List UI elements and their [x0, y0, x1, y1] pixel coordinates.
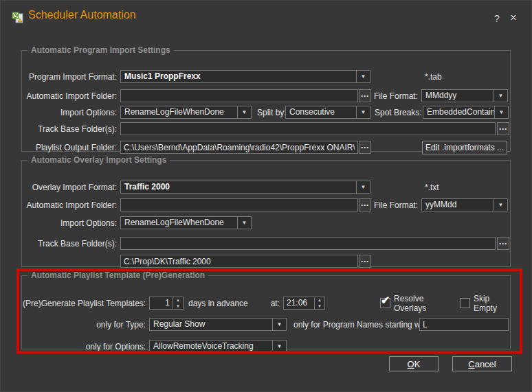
only-for-options-label: only for Options: — [23, 342, 146, 351]
chevron-down-icon: ▼ — [272, 341, 286, 352]
scheduler-icon — [12, 12, 24, 24]
spot-breaks-select[interactable]: EmbeddedContainer ▼ — [423, 106, 509, 119]
days-in-advance-label: days in advance — [188, 299, 266, 308]
chevron-down-icon: ▼ — [494, 199, 507, 211]
skip-empty-checkbox[interactable]: Skip Empty — [460, 294, 509, 313]
days-in-advance-stepper[interactable]: 1 ▲ ▼ — [149, 297, 184, 310]
program-import-legend: Automatic Program Import Settings — [27, 45, 174, 55]
playlist-generation-group: Automatic Playlist Template (Pre)Generat… — [21, 270, 511, 349]
program-import-options-select[interactable]: RenameLogFileWhenDone ▼ — [120, 106, 252, 119]
program-import-format-label: Program Import Format: — [23, 72, 117, 82]
overlay-import-options-select[interactable]: RenameLogFileWhenDone ▼ — [120, 216, 252, 229]
checkbox-box[interactable]: ✔ — [380, 298, 390, 308]
chevron-down-icon: ▼ — [237, 217, 251, 229]
split-by-select[interactable]: Consecutive ▼ — [285, 106, 370, 119]
at-label: at: — [270, 299, 280, 308]
scheduler-automation-dialog: Scheduler Automation ? × Automatic Progr… — [0, 0, 532, 392]
playlist-output-folder-label: Playlist Output Folder: — [23, 143, 117, 152]
program-import-folder-browse-button[interactable]: ··· — [359, 89, 371, 102]
pregenerate-label: (Pre)Generate Playlist Templates: — [23, 299, 146, 308]
program-track-base-browse-button[interactable]: ··· — [497, 122, 509, 135]
overlay-file-format-select[interactable]: yyMMdd ▼ — [421, 198, 508, 211]
playlist-output-folder-browse-button[interactable]: ··· — [359, 141, 371, 154]
program-import-format-select[interactable]: Music1 ProppFrexx ▼ — [120, 70, 370, 83]
program-import-options-label: Import Options: — [23, 108, 117, 117]
program-names-starting-label: only for Program Names starting with: — [293, 320, 416, 330]
chevron-down-icon: ▼ — [494, 106, 508, 118]
playlist-output-folder-input[interactable] — [120, 141, 358, 154]
split-by-label: Split by: — [257, 108, 282, 117]
program-import-folder-input[interactable] — [120, 89, 358, 102]
checkbox-box[interactable] — [460, 298, 470, 308]
program-import-group: Automatic Program Import Settings Progra… — [21, 45, 511, 152]
overlay-import-group: Automatic Overlay Import Settings Overla… — [21, 155, 511, 267]
only-for-options-select[interactable]: AllowRemoteVoiceTracking ▼ — [149, 340, 287, 353]
ok-button[interactable]: OK — [389, 356, 439, 371]
resolve-overlays-checkbox[interactable]: ✔ Resolve Overlays — [380, 294, 450, 313]
spin-down-icon[interactable]: ▼ — [173, 303, 183, 310]
resolve-overlays-label: Resolve Overlays — [394, 294, 450, 313]
program-file-format-select[interactable]: MMddyy ▼ — [421, 89, 508, 102]
page-title: Scheduler Automation — [28, 9, 136, 21]
program-names-starting-input[interactable] — [419, 318, 509, 331]
cancel-button[interactable]: Cancel — [452, 356, 512, 371]
edit-importformats-button[interactable]: Edit .importformats ... — [422, 141, 507, 154]
spin-up-icon[interactable]: ▲ — [315, 297, 324, 303]
overlay-track-base-input[interactable] — [120, 237, 496, 250]
time-stepper[interactable]: 21:06 ▲ ▼ — [283, 297, 325, 310]
skip-empty-label: Skip Empty — [474, 294, 509, 313]
program-file-extension: *.tab — [425, 72, 442, 82]
overlay-track-base-browse-button[interactable]: ··· — [497, 237, 509, 250]
only-for-type-select[interactable]: Regular Show ▼ — [149, 318, 287, 331]
overlay-track-base-label: Track Base Folder(s): — [23, 239, 117, 249]
overlay-import-folder-input[interactable] — [120, 198, 358, 211]
program-track-base-label: Track Base Folder(s): — [23, 124, 117, 134]
spot-breaks-label: Spot Breaks: — [375, 108, 419, 117]
check-icon: ✔ — [381, 294, 390, 307]
overlay-import-folder-browse-button[interactable]: ··· — [359, 198, 371, 211]
overlay-extra-folder-browse-button[interactable]: ··· — [359, 255, 371, 268]
chevron-down-icon: ▼ — [356, 181, 370, 193]
chevron-down-icon: ▼ — [356, 106, 370, 118]
overlay-import-format-label: Overlay Import Format: — [23, 183, 117, 192]
chevron-down-icon: ▼ — [272, 319, 286, 330]
overlay-import-options-label: Import Options: — [23, 218, 117, 228]
help-button[interactable]: ? — [490, 12, 504, 25]
overlay-import-folder-label: Automatic Import Folder: — [23, 200, 117, 210]
overlay-import-format-select[interactable]: Traffic 2000 ▼ — [120, 181, 370, 194]
overlay-file-extension: *.txt — [425, 183, 439, 192]
chevron-down-icon: ▼ — [356, 71, 370, 82]
spin-up-icon[interactable]: ▲ — [173, 297, 183, 303]
program-track-base-input[interactable] — [120, 122, 496, 135]
chevron-down-icon: ▼ — [494, 90, 507, 102]
overlay-file-format-label: File Format: — [374, 200, 418, 210]
program-file-format-label: File Format: — [374, 91, 418, 101]
close-icon[interactable]: × — [507, 12, 520, 25]
playlist-generation-legend: Automatic Playlist Template (Pre)Generat… — [27, 270, 208, 280]
overlay-extra-folder-input[interactable] — [120, 255, 358, 268]
overlay-import-legend: Automatic Overlay Import Settings — [27, 155, 170, 165]
chevron-down-icon: ▼ — [237, 106, 251, 118]
program-import-folder-label: Automatic Import Folder: — [23, 91, 117, 101]
spin-down-icon[interactable]: ▼ — [315, 303, 324, 310]
only-for-type-label: only for Type: — [23, 320, 146, 330]
